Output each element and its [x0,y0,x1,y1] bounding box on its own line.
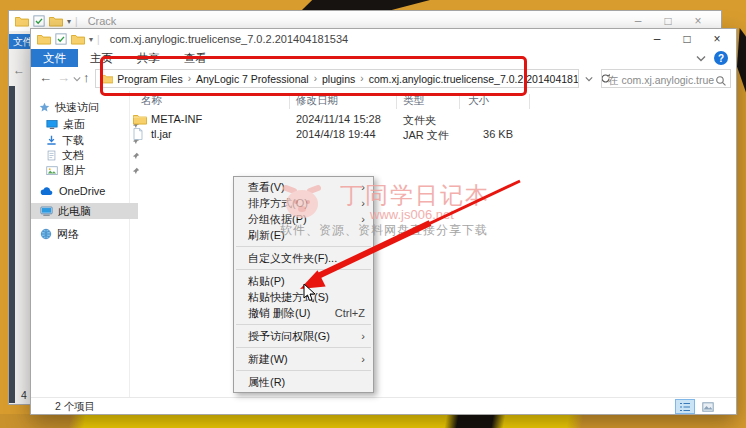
submenu-arrow-icon: › [361,353,365,365]
sidebar-item-this-pc[interactable]: 此电脑 [31,203,138,219]
recent-locations-icon[interactable] [73,76,81,82]
thumbnail-view-button[interactable] [698,399,718,414]
caution-stripe [737,28,746,98]
column-divider[interactable] [459,94,460,109]
desktop: ▾ | Crack – □ × 文件 ← 4 ▾ | com.xj.anylog… [0,0,746,428]
menu-item-refresh[interactable]: 刷新(E) [234,227,373,243]
window-controls: – □ × [642,29,732,48]
annotation-highlight-box [100,56,527,96]
chevron-down-icon [585,76,593,82]
search-box[interactable] [601,69,731,88]
menu-item-paste[interactable]: 粘贴(P) [234,273,373,289]
titlebar[interactable]: ▾ | com.xj.anylogic.truelicense_7.0.2.20… [31,29,736,49]
network-icon [40,228,52,240]
back-window-nav-arrow[interactable]: ← [13,63,25,77]
column-header-size[interactable]: 大小 [468,94,489,108]
menu-item-customize-folder[interactable]: 自定义文件夹(F)... [234,250,373,266]
navigation-pane: 快速访问 桌面 下载 文档 [31,91,130,398]
menu-item-label: 自定义文件夹(F)... [248,251,337,266]
menu-shortcut: Ctrl+Z [335,307,365,319]
menu-item-give-access[interactable]: 授予访问权限(G) › [234,328,373,344]
desktop-icon [46,119,58,130]
explorer-main: 快速访问 桌面 下载 文档 [31,91,736,398]
file-size: 36 KB [453,128,513,140]
expand-ribbon-icon[interactable] [696,55,706,62]
cloud-icon [40,187,54,196]
caution-stripe [302,0,430,10]
sidebar-item-label: 图片 [63,163,85,178]
sidebar-item-label: 文档 [62,148,84,163]
sidebar-item-label: OneDrive [59,185,105,197]
minimize-button[interactable]: – [642,29,672,48]
file-date: 2024/11/14 15:28 [296,113,381,125]
maximize-button[interactable]: □ [672,29,702,48]
sidebar-item-quick-access[interactable]: 快速访问 [31,99,137,115]
up-button[interactable]: ↑ [83,70,90,85]
file-row-meta-inf[interactable]: META-INF 2024/11/14 15:28 文件夹 [129,113,736,128]
menu-item-label: 查看(V) [248,180,285,195]
file-type: JAR 文件 [403,128,449,143]
menu-item-label: 新建(W) [248,352,288,367]
back-button[interactable]: ← [39,70,52,85]
back-window-status-count: 4 [21,389,27,401]
check-properties-icon [33,15,45,27]
window-title: Crack [88,15,117,27]
status-bar: 2 个项目 [31,397,736,414]
qat-dropdown-icon[interactable]: ▾ [89,35,93,44]
sidebar-item-network[interactable]: 网络 [31,226,138,242]
address-dropdown-button[interactable] [581,69,597,88]
search-icon [715,75,727,87]
quick-access-toolbar: ▾ | [31,33,100,45]
menu-item-paste-shortcut[interactable]: 粘贴快捷方式(S) [234,289,373,305]
close-button[interactable]: × [702,29,732,48]
tab-file[interactable]: 文件 [31,49,78,67]
forward-button[interactable]: → [57,70,70,85]
menu-separator [236,269,371,270]
sidebar-item-onedrive[interactable]: OneDrive [31,183,138,199]
menu-item-view[interactable]: 查看(V) › [234,179,373,195]
sidebar-item-documents[interactable]: 文档 [31,147,144,163]
help-icon[interactable]: ? [714,51,728,65]
menu-item-label: 排序方式(O) [248,196,308,211]
quick-access-toolbar: ▾ | [9,15,78,27]
details-view-button[interactable] [675,399,695,414]
sidebar-item-desktop[interactable]: 桌面 [31,116,144,132]
folder-icon [37,33,51,45]
thumbnail-view-icon [702,402,714,412]
sidebar-item-label: 桌面 [63,117,85,132]
menu-separator [236,246,371,247]
menu-item-label: 刷新(E) [248,228,285,243]
caution-stripe-band [0,414,746,428]
menu-item-undo-delete[interactable]: 撤销 删除(U) Ctrl+Z [234,305,373,321]
sidebar-item-label: 此电脑 [58,204,91,219]
list-view-icon [679,402,691,412]
folder-icon [71,33,85,45]
menu-item-properties[interactable]: 属性(R) [234,374,373,390]
sidebar-item-pictures[interactable]: 图片 [31,162,144,178]
column-header-type[interactable]: 类型 [403,94,424,108]
file-row-tl-jar[interactable]: tl.jar 2014/4/18 19:44 JAR 文件 36 KB [129,128,736,143]
jar-file-icon [133,128,143,140]
menu-item-label: 分组依据(P) [248,212,307,227]
submenu-arrow-icon: › [361,330,365,342]
divider: | [97,34,100,45]
file-name: tl.jar [151,128,172,140]
sidebar-item-downloads[interactable]: 下载 [31,132,144,148]
column-divider[interactable] [529,94,530,109]
column-header-name[interactable]: 名称 [141,94,162,108]
submenu-arrow-icon: › [361,197,365,209]
window-title: com.xj.anylogic.truelicense_7.0.2.201404… [110,33,349,45]
column-divider[interactable] [396,94,397,109]
menu-item-new[interactable]: 新建(W) › [234,351,373,367]
folder-icon [49,15,63,27]
menu-item-label: 粘贴快捷方式(S) [248,290,329,305]
qat-dropdown-icon[interactable]: ▾ [67,17,71,26]
menu-item-group-by[interactable]: 分组依据(P) › [234,211,373,227]
search-input[interactable] [606,72,716,89]
menu-item-sort-by[interactable]: 排序方式(O) › [234,195,373,211]
column-header-date[interactable]: 修改日期 [296,94,338,108]
folder-icon [15,15,29,27]
file-name: META-INF [151,113,202,125]
column-divider[interactable] [289,94,290,109]
star-icon [39,102,50,113]
